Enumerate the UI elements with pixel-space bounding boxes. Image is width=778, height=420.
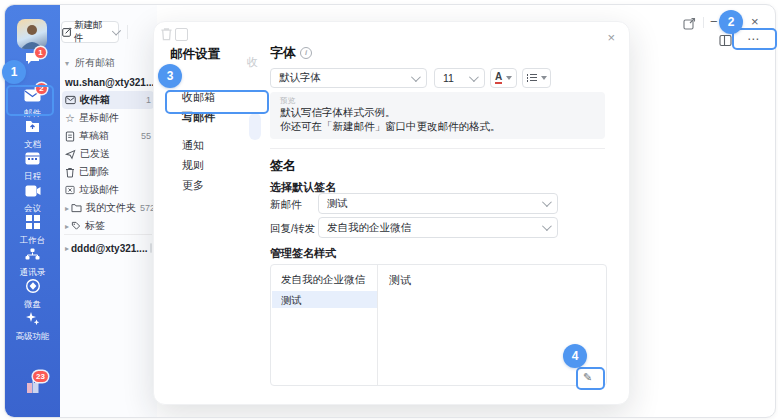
- manage-signature-heading: 管理签名样式: [270, 246, 336, 261]
- controls-separator: [703, 17, 704, 28]
- compose-icon: [62, 27, 72, 37]
- settings-nav-notifications[interactable]: 通知: [182, 138, 204, 153]
- account-row-secondary[interactable]: ▸ dddd@xty321....: [62, 239, 154, 257]
- expand-triangle-icon: ▸: [65, 222, 69, 231]
- sidebar-item-advanced[interactable]: 高级功能: [5, 311, 60, 343]
- list-header-faded: 收: [247, 55, 258, 70]
- sidebar-item-label: 文档: [5, 139, 60, 151]
- sidebar-item-docs[interactable]: 文档: [5, 119, 60, 151]
- app-window: 1 2 邮件 文档 日程: [4, 4, 776, 418]
- unread-count: 1: [146, 95, 151, 105]
- preview-line2: 你还可在「新建邮件」窗口中更改邮件的格式。: [280, 120, 501, 134]
- apps-badge: 23: [33, 371, 48, 382]
- annotation-step-1: 1: [2, 60, 26, 84]
- count: 55: [141, 131, 151, 141]
- drive-icon: [26, 279, 40, 293]
- reading-layout-icon[interactable]: [719, 33, 732, 51]
- trash-icon: [65, 167, 75, 178]
- font-size-select[interactable]: 11: [434, 68, 485, 88]
- star-icon: ☆: [65, 113, 75, 123]
- folder-junk[interactable]: 垃圾邮件: [62, 181, 154, 199]
- mail-settings-modal: × 邮件设置 收邮箱 写邮件 通知 规则 更多 字体i 默认字体 11 A: [153, 21, 630, 405]
- sidebar-item-label: 日程: [5, 171, 60, 183]
- annotation-step-4: 4: [563, 344, 587, 368]
- folder-group-all[interactable]: ▾ 所有邮箱: [62, 54, 154, 72]
- font-color-button[interactable]: A: [490, 68, 517, 88]
- folder-tags[interactable]: ▸ 标签: [62, 217, 154, 235]
- expand-triangle-icon: ▸: [65, 204, 69, 213]
- signature-item-selected[interactable]: 测试: [272, 291, 377, 308]
- signature-manage-box: 发自我的企业微信 测试 测试: [270, 264, 607, 386]
- chat-unread-badge: 1: [35, 47, 46, 58]
- meeting-icon: [25, 185, 41, 197]
- folder-myfolders[interactable]: ▸ 我的文件夹 572: [62, 199, 154, 217]
- font-family-select[interactable]: 默认字体: [270, 68, 427, 88]
- chevron-down-icon: [411, 72, 421, 82]
- modal-title: 邮件设置: [170, 46, 220, 63]
- contacts-icon: [25, 248, 40, 261]
- sidebar-item-contacts[interactable]: 通讯录: [5, 247, 60, 279]
- sidebar-item-meeting[interactable]: 会议: [5, 183, 60, 215]
- info-icon: i: [300, 47, 312, 59]
- caret-down-icon: [541, 76, 547, 80]
- toolbar-separator: [127, 25, 128, 39]
- preview-label: 预览: [280, 96, 295, 106]
- send-icon: [65, 149, 76, 160]
- sidebar-item-calendar[interactable]: 日程: [5, 151, 60, 183]
- list-style-button[interactable]: [522, 68, 551, 88]
- minimize-button[interactable]: −: [710, 16, 718, 28]
- folder-trash[interactable]: 已删除: [62, 163, 154, 181]
- panel-divider: [64, 234, 152, 235]
- avatar-image: [17, 19, 47, 49]
- signature-section-heading: 签名: [270, 157, 296, 175]
- sparkle-icon: [26, 311, 40, 325]
- section-divider: [270, 148, 605, 149]
- trash-toolbar-icon-faded: [160, 27, 173, 45]
- avatar[interactable]: [17, 19, 47, 49]
- preview-line1: 默认写信字体样式示例。: [280, 106, 396, 120]
- settings-nav-more[interactable]: 更多: [182, 178, 204, 193]
- expand-triangle-icon: ▸: [65, 244, 69, 253]
- folder-starred[interactable]: ☆ 星标邮件: [62, 109, 154, 127]
- modal-close-icon[interactable]: ×: [607, 30, 615, 45]
- signature-list: 发自我的企业微信 测试: [271, 265, 378, 385]
- folder-inbox[interactable]: 收件箱 1: [62, 91, 154, 109]
- workspace-grid-icon: [26, 215, 40, 229]
- sidebar-item-mail[interactable]: 2 邮件: [5, 88, 60, 120]
- new-mail-label: 新邮件: [270, 198, 302, 212]
- caret-down-icon: [506, 76, 512, 80]
- collapse-triangle-icon: ▾: [65, 59, 69, 68]
- list-icon: [527, 74, 537, 82]
- signature-preview-text: 测试: [389, 273, 411, 288]
- settings-nav-rules[interactable]: 规则: [182, 158, 204, 173]
- junk-icon: [65, 185, 75, 195]
- settings-nav-mailbox[interactable]: 收邮箱: [182, 90, 215, 105]
- more-options-button[interactable]: ⋯: [735, 31, 772, 46]
- popout-window-icon[interactable]: [683, 16, 696, 34]
- sidebar-item-apps[interactable]: 23: [5, 377, 60, 399]
- reply-signature-select[interactable]: 发自我的企业微信: [318, 217, 558, 238]
- toolbar-icon-faded: [175, 28, 188, 41]
- font-section-heading: 字体i: [270, 44, 312, 62]
- sidebar-item-workspace[interactable]: 工作台: [5, 215, 60, 247]
- document-icon: [25, 119, 40, 133]
- compose-button[interactable]: 新建邮件: [61, 21, 119, 43]
- folder-drafts[interactable]: 草稿箱 55: [62, 127, 154, 145]
- settings-nav-compose[interactable]: 写邮件: [182, 110, 215, 125]
- chevron-down-icon: [542, 221, 552, 231]
- signature-item[interactable]: 发自我的企业微信: [281, 273, 365, 287]
- new-mail-signature-select[interactable]: 测试: [318, 193, 558, 214]
- faded-avatar-capsule: [249, 113, 261, 140]
- tag-icon: [71, 221, 81, 231]
- sidebar-item-label: 微盘: [5, 299, 60, 311]
- close-button[interactable]: ×: [751, 16, 759, 28]
- account-row-primary[interactable]: wu.shan@xty321....: [62, 73, 154, 91]
- sidebar-item-label: 高级功能: [5, 331, 60, 343]
- annotation-step-2: 2: [719, 10, 743, 34]
- folder-sent[interactable]: 已发送: [62, 145, 154, 163]
- mail-unread-badge: 2: [36, 83, 47, 94]
- sidebar-item-label: 工作台: [5, 235, 60, 247]
- sidebar-item-drive[interactable]: 微盘: [5, 279, 60, 311]
- screenshot-stage: 1 2 邮件 文档 日程: [0, 0, 778, 420]
- sidebar-item-label: 通讯录: [5, 267, 60, 279]
